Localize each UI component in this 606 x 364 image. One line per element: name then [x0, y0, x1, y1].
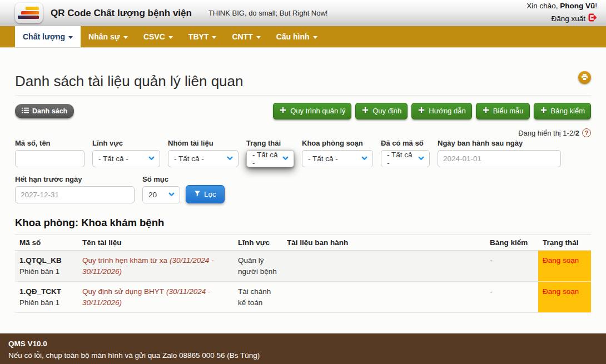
filter-khoa-phong-soan-label: Khoa phòng soạn	[302, 139, 373, 147]
chevron-down-icon	[256, 36, 261, 39]
doc-field: Tài chánh kế toán	[234, 282, 282, 313]
app-logo-icon	[15, 3, 43, 23]
header-trang-thai: Trạng thái	[538, 235, 591, 251]
filter-da-co-ma-so-label: Đã có mã số	[381, 139, 430, 147]
main-navbar: Chất lượng Nhân sự CSVC TBYT CNTT Cấu hì…	[0, 26, 606, 48]
table-row: 1.QĐ_TCKT Phiên bản 1 Quy định sử dụng B…	[15, 282, 591, 313]
nav-item-nhan-su[interactable]: Nhân sự	[81, 26, 136, 47]
filter-so-muc-select[interactable]: 20	[142, 186, 180, 203]
title-divider	[15, 95, 591, 96]
nav-item-csvc[interactable]: CSVC	[136, 26, 181, 47]
user-name: Phong Vũ	[560, 2, 595, 10]
filter-trang-thai-select[interactable]: - Tất cả -	[246, 150, 294, 167]
plus-icon	[482, 106, 490, 116]
user-area: Xin chào, Phong Vũ! Đăng xuất	[526, 1, 597, 26]
chevron-down-icon	[123, 36, 128, 39]
doc-issued	[282, 282, 485, 313]
doc-checklist: -	[485, 251, 538, 282]
logout-label: Đăng xuất	[551, 13, 585, 25]
nav-item-chat-luong[interactable]: Chất lượng	[15, 26, 81, 47]
nav-item-cau-hinh[interactable]: Cấu hình	[269, 26, 325, 47]
header-tai-lieu-ban-hanh: Tài liệu ban hành	[282, 235, 485, 251]
filter-apply-button[interactable]: Lọc	[186, 185, 225, 203]
filter-ma-so-ten-input[interactable]	[15, 150, 85, 167]
main-content: Danh sách tài liệu quản lý liên quan Dan…	[0, 73, 606, 313]
documents-table: Mã số Tên tài liệu Lĩnh vực Tài liệu ban…	[15, 235, 591, 313]
header-ten-tai-lieu: Tên tài liệu	[78, 235, 234, 251]
doc-name-link[interactable]: Quy định sử dụng BHYT	[82, 287, 164, 296]
status-badge: Đang soạn	[538, 251, 591, 282]
logout-icon	[588, 12, 597, 26]
printer-icon	[581, 73, 588, 83]
header-ma-so: Mã số	[15, 235, 78, 251]
section-heading: Khoa phòng: Khoa khám bệnh	[15, 217, 591, 229]
chevron-down-icon	[212, 36, 216, 39]
filter-form: Mã số, tên Lĩnh vực - Tất cả - Nhóm tài …	[15, 139, 591, 203]
filter-het-han-input[interactable]	[15, 186, 135, 203]
filter-linh-vuc-label: Lĩnh vực	[92, 139, 160, 147]
add-huong-dan-button[interactable]: Hướng dẫn	[411, 103, 471, 119]
add-bieu-mau-button[interactable]: Biểu mẫu	[476, 103, 530, 119]
print-button[interactable]	[578, 71, 591, 84]
filter-nhom-tai-lieu-label: Nhóm tài liệu	[168, 139, 239, 147]
doc-issued	[282, 251, 485, 282]
list-icon	[22, 107, 29, 115]
add-quy-trinh-quan-ly-button[interactable]: Quy trình quản lý	[273, 103, 351, 119]
filter-het-han-label: Hết hạn trước ngày	[15, 175, 135, 183]
doc-field: Quản lý người bệnh	[234, 251, 282, 282]
filter-so-muc-label: Số mục	[142, 175, 180, 183]
doc-version: Phiên bản 1	[19, 266, 73, 277]
status-badge: Đang soạn	[538, 282, 591, 313]
top-header: QR Code Chất lượng bệnh viện THINK BIG, …	[0, 0, 606, 26]
funnel-icon	[194, 190, 201, 198]
filter-linh-vuc-select[interactable]: - Tất cả -	[92, 150, 160, 167]
chevron-down-icon	[226, 154, 234, 163]
footer-note: Nếu có lỗi, chụp toàn bộ màn hình và gửi…	[8, 350, 606, 362]
chevron-down-icon	[68, 36, 73, 39]
plus-icon	[540, 106, 548, 116]
help-icon[interactable]: ?	[582, 128, 591, 137]
add-bang-kiem-button[interactable]: Bảng kiểm	[534, 103, 591, 119]
chevron-down-icon	[361, 154, 368, 163]
app-title: QR Code Chất lượng bệnh viện	[51, 8, 192, 19]
plus-icon	[279, 106, 287, 116]
table-header-row: Mã số Tên tài liệu Lĩnh vực Tài liệu ban…	[15, 235, 591, 251]
header-linh-vuc: Lĩnh vực	[234, 235, 282, 251]
footer-version: QMS V10.0	[8, 340, 47, 348]
plus-icon	[418, 106, 425, 116]
chevron-down-icon	[168, 191, 175, 200]
doc-code: 1.QTQL_KB	[19, 255, 73, 266]
chevron-down-icon	[313, 36, 317, 39]
header-bang-kiem: Bảng kiểm	[485, 235, 538, 251]
app-tagline: THINK BIG, do small; But Right Now!	[208, 9, 328, 17]
doc-code: 1.QĐ_TCKT	[19, 286, 73, 297]
toolbar: Danh sách Quy trình quản lý Quy định Hướ…	[15, 103, 591, 119]
add-buttons-group: Quy trình quản lý Quy định Hướng dẫn Biể…	[273, 103, 591, 119]
add-quy-dinh-button[interactable]: Quy định	[355, 103, 408, 119]
plus-icon	[361, 106, 369, 116]
greeting: Xin chào, Phong Vũ!	[526, 1, 597, 12]
chevron-down-icon	[168, 36, 173, 39]
nav-item-cntt[interactable]: CNTT	[224, 26, 268, 47]
filter-khoa-phong-soan-select[interactable]: - Tất cả -	[302, 150, 373, 167]
filter-nhom-tai-lieu-select[interactable]: - Tất cả -	[168, 150, 239, 167]
doc-version: Phiên bản 1	[19, 297, 73, 308]
filter-ngay-ban-hanh-input[interactable]	[438, 150, 561, 167]
filter-trang-thai-label: Trạng thái	[246, 139, 294, 147]
footer: QMS V10.0 Nếu có lỗi, chụp toàn bộ màn h…	[0, 333, 606, 364]
logout-link[interactable]: Đăng xuất	[551, 12, 597, 26]
chevron-down-icon	[418, 154, 425, 163]
nav-item-tbyt[interactable]: TBYT	[181, 26, 225, 47]
filter-da-co-ma-so-select[interactable]: - Tất cả -	[381, 150, 430, 167]
list-view-button[interactable]: Danh sách	[15, 104, 74, 118]
showing-count: Đang hiển thị 1-2/2 ?	[15, 128, 591, 137]
filter-row-1: Mã số, tên Lĩnh vực - Tất cả - Nhóm tài …	[15, 139, 591, 167]
doc-name-link[interactable]: Quy trình hẹn khám từ xa	[82, 256, 167, 265]
chevron-down-icon	[148, 154, 155, 163]
table-row: 1.QTQL_KB Phiên bản 1 Quy trình hẹn khám…	[15, 251, 591, 282]
filter-ma-so-ten-label: Mã số, tên	[15, 139, 85, 147]
filter-row-2: Hết hạn trước ngày Số mục 20 Lọc	[15, 175, 591, 203]
page-title: Danh sách tài liệu quản lý liên quan	[15, 73, 591, 90]
chevron-down-icon	[282, 154, 289, 163]
filter-ngay-ban-hanh-label: Ngày ban hành sau ngày	[438, 139, 561, 147]
